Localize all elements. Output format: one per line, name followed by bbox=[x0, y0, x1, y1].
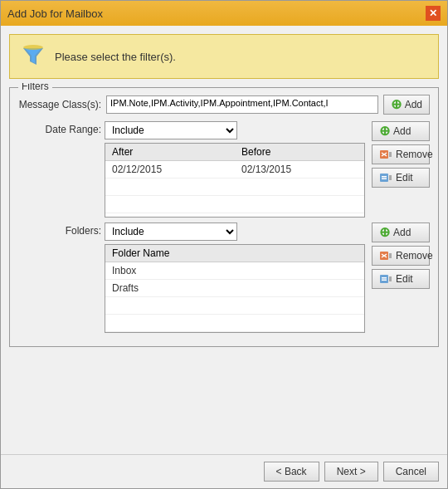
date-remove-label: Remove bbox=[396, 149, 433, 160]
remove-icon bbox=[379, 149, 392, 160]
plus-icon: ⊕ bbox=[391, 98, 402, 111]
folder-add-button[interactable]: ⊕ Add bbox=[372, 222, 430, 242]
cancel-button[interactable]: Cancel bbox=[383, 462, 439, 482]
date-col-before: Before bbox=[235, 144, 364, 161]
folder-table-container: Folder Name Inbox Drafts bbox=[105, 244, 365, 333]
next-button[interactable]: Next > bbox=[324, 462, 378, 482]
footer: < Back Next > Cancel bbox=[1, 454, 447, 488]
table-row-empty1 bbox=[105, 297, 364, 315]
folder-add-label: Add bbox=[393, 227, 411, 238]
folder-remove-button[interactable]: Remove bbox=[372, 246, 430, 266]
date-range-label: Date Range: bbox=[18, 121, 101, 135]
date-edit-label: Edit bbox=[396, 172, 413, 183]
svg-rect-9 bbox=[382, 178, 387, 180]
svg-rect-14 bbox=[389, 253, 392, 258]
svg-rect-7 bbox=[380, 174, 388, 182]
date-add-label: Add bbox=[393, 125, 411, 137]
filters-legend: Filters bbox=[18, 83, 52, 92]
folder-col-name: Folder Name bbox=[105, 245, 364, 262]
table-row[interactable]: Inbox bbox=[105, 262, 364, 280]
folder-add-plus-icon: ⊕ bbox=[379, 226, 390, 239]
edit-icon bbox=[379, 172, 392, 183]
date-col-after: After bbox=[105, 144, 235, 161]
folders-left: Include Exclude Folder Name bbox=[105, 222, 365, 333]
date-range-left: Include Exclude After Before bbox=[105, 121, 365, 218]
date-before-value: 02/13/2015 bbox=[235, 161, 364, 178]
message-class-input[interactable]: IPM.Note,IPM.Activity,IPM.Appointment,IP… bbox=[106, 95, 378, 114]
message-class-row: Message Class(s): IPM.Note,IPM.Activity,… bbox=[18, 95, 430, 115]
svg-rect-16 bbox=[382, 277, 387, 279]
date-edit-button[interactable]: Edit bbox=[372, 168, 430, 188]
folder-remove-label: Remove bbox=[396, 250, 433, 262]
svg-rect-15 bbox=[380, 275, 388, 283]
message-class-add-label: Add bbox=[405, 99, 422, 110]
dialog: Add Job for Mailbox ✕ Please select the … bbox=[0, 0, 448, 489]
filter-icon bbox=[20, 43, 46, 70]
folder-remove-icon bbox=[379, 250, 392, 262]
folder-side-buttons: ⊕ Add Remove bbox=[372, 222, 430, 289]
folder-edit-label: Edit bbox=[396, 273, 413, 285]
svg-rect-17 bbox=[382, 280, 387, 281]
folder-edit-icon bbox=[379, 273, 392, 285]
date-table: After Before 02/12/2015 02/13/2015 bbox=[105, 144, 364, 213]
message-class-add-button[interactable]: ⊕ Add bbox=[383, 95, 430, 115]
svg-rect-10 bbox=[389, 175, 392, 180]
folders-label: Folders: bbox=[18, 222, 101, 237]
date-after-value: 02/12/2015 bbox=[105, 161, 235, 178]
message-class-label: Message Class(s): bbox=[18, 99, 101, 110]
date-table-container: After Before 02/12/2015 02/13/2015 bbox=[105, 143, 365, 218]
dialog-title: Add Job for Mailbox bbox=[7, 7, 103, 20]
table-row[interactable]: Drafts bbox=[105, 280, 364, 297]
folders-section: Folders: Include Exclude Folder Name bbox=[18, 222, 430, 333]
header-text: Please select the filter(s). bbox=[55, 51, 176, 63]
folder-table: Folder Name Inbox Drafts bbox=[105, 245, 364, 332]
date-add-plus-icon: ⊕ bbox=[379, 125, 390, 138]
back-button[interactable]: < Back bbox=[264, 462, 319, 482]
date-remove-button[interactable]: Remove bbox=[372, 144, 430, 164]
date-add-button[interactable]: ⊕ Add bbox=[372, 121, 430, 141]
table-row-empty1 bbox=[105, 178, 364, 196]
filters-group: Filters Message Class(s): IPM.Note,IPM.A… bbox=[9, 87, 439, 347]
svg-rect-6 bbox=[389, 152, 392, 157]
svg-point-2 bbox=[23, 45, 43, 50]
date-range-select[interactable]: Include Exclude bbox=[105, 121, 237, 139]
table-row[interactable]: 02/12/2015 02/13/2015 bbox=[105, 161, 364, 178]
svg-marker-1 bbox=[25, 48, 41, 63]
table-row-empty2 bbox=[105, 196, 364, 213]
svg-rect-18 bbox=[389, 276, 392, 281]
close-button[interactable]: ✕ bbox=[426, 6, 441, 21]
content-area: Filters Message Class(s): IPM.Note,IPM.A… bbox=[1, 83, 447, 454]
table-row-empty2 bbox=[105, 315, 364, 332]
date-range-section: Date Range: Include Exclude After Before bbox=[18, 121, 430, 218]
date-side-buttons: ⊕ Add Remove bbox=[372, 121, 430, 188]
title-bar: Add Job for Mailbox ✕ bbox=[1, 1, 447, 26]
folder-drafts: Drafts bbox=[105, 280, 364, 297]
folder-inbox: Inbox bbox=[105, 262, 364, 280]
svg-rect-8 bbox=[382, 176, 387, 178]
folder-edit-button[interactable]: Edit bbox=[372, 269, 430, 289]
folders-select[interactable]: Include Exclude bbox=[105, 222, 237, 241]
header-area: Please select the filter(s). bbox=[9, 34, 439, 79]
